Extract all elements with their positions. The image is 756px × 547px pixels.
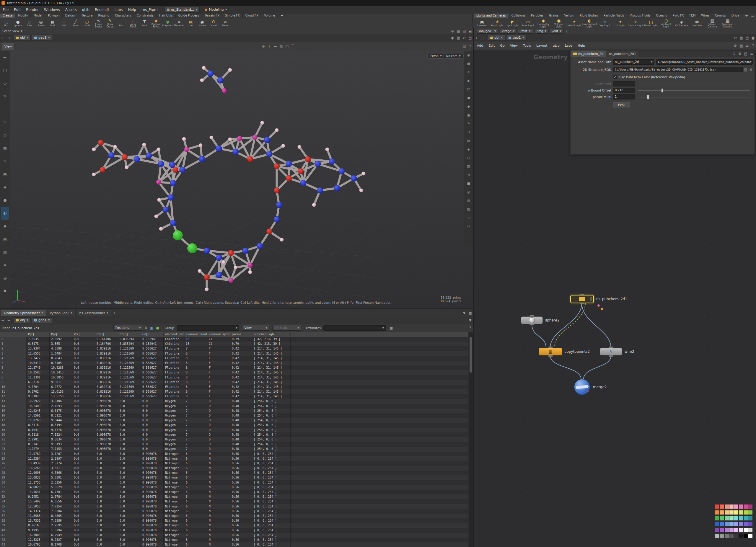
context-chip-out[interactable]: /out▼ [550, 29, 564, 34]
table-row[interactable]: 4212.52259.23270.00.00.00.996078Nitrogen… [0, 538, 468, 542]
network-menu-help[interactable]: Help [575, 42, 588, 50]
table-row[interactable]: 811.230110.38580.00.8392160.1215690.5686… [0, 375, 468, 380]
shelf-tab-volume[interactable]: Volume [261, 14, 278, 18]
table-row[interactable]: 212.29019.88340.00.9960780.00.0Oxygen7O0… [0, 437, 468, 442]
parameter-tab-type[interactable]: ns_pubchem_2d [571, 51, 606, 57]
color-swatch[interactable] [729, 522, 734, 526]
color-swatch[interactable] [720, 510, 724, 515]
shelf-menu-icon[interactable]: ≡ [750, 14, 755, 18]
shelf-tab-model[interactable]: Model [31, 14, 45, 18]
shelf-tab-hair-utils[interactable]: Hair Utils [157, 14, 176, 18]
table-row[interactable]: 129.010213.51580.00.8392160.1215690.5686… [0, 394, 468, 399]
disable-icon[interactable]: ⊗ [4, 259, 7, 272]
texture-icon[interactable]: ▧ [278, 44, 284, 48]
quad-view-icon[interactable]: ▦ [455, 36, 461, 40]
shelf-tab-wires[interactable]: Wires [698, 14, 712, 18]
wireframe-icon[interactable]: □ [467, 85, 470, 94]
shelf-tool-portal-light[interactable]: □Portal Light [643, 19, 659, 27]
table-row[interactable]: 220.57419.31930.00.9960780.00.0Oxygen7O0… [0, 442, 468, 447]
node-input[interactable] [548, 346, 553, 348]
shelf-tool-path[interactable]: ⌒Path [116, 19, 127, 27]
path-obj-chip[interactable]: obj ▼ [14, 35, 31, 41]
table-row[interactable]: 1614.85918.31210.00.9960780.00.0Oxygen7O… [0, 413, 468, 418]
menu-qlib[interactable]: qLib [79, 6, 92, 14]
node-wire[interactable] [550, 355, 581, 379]
help-icon[interactable]: ? [467, 44, 473, 48]
color-swatch[interactable] [744, 510, 748, 515]
context-chip-mat[interactable]: /mat▼ [518, 29, 533, 34]
shelf-tool-sphere[interactable]: ◉Sphere [196, 19, 208, 27]
view-icon[interactable]: ▣ [467, 111, 470, 119]
shelf-tool-null[interactable]: +Null [58, 19, 70, 27]
table-icon[interactable]: ▦ [388, 326, 394, 330]
network-menu-tools[interactable]: Tools [520, 42, 534, 50]
node-output[interactable] [580, 303, 584, 304]
add-shelf-tab-icon[interactable]: + [278, 14, 286, 18]
color-seed-field[interactable] [613, 81, 635, 87]
shelf-tool-volume-light[interactable]: ◉Volume Light [551, 18, 566, 28]
normals-icon[interactable]: ◆ [467, 102, 470, 111]
single-view-icon[interactable]: ◉ [449, 36, 455, 40]
layout-icon[interactable]: ▤ [744, 36, 750, 40]
color-swatch[interactable] [715, 516, 719, 520]
color-swatch[interactable] [725, 528, 729, 532]
maximize-icon[interactable]: ▣ [750, 36, 756, 40]
secure-selection-icon[interactable]: ⊙ [260, 44, 266, 48]
gear-icon[interactable]: ⚙ [737, 52, 743, 56]
node-input[interactable] [580, 294, 584, 295]
shelf-tool-draw-curve[interactable]: ✎Draw Curve [104, 18, 116, 28]
view-dropdown[interactable]: View ▼ [242, 325, 269, 330]
target-icon[interactable]: ◎ [467, 188, 470, 196]
context-chip-stage[interactable]: /stage▼ [500, 29, 517, 34]
color-swatch[interactable] [748, 534, 752, 538]
forward-icon[interactable]: → [480, 36, 486, 40]
color-swatch[interactable] [739, 510, 743, 515]
menu-redshift[interactable]: Redshift [92, 6, 112, 14]
desktop-selector[interactable]: ns_Standard... ▼ [164, 7, 200, 13]
toggle-points-icon[interactable]: ▣ [149, 326, 155, 330]
node-wire[interactable] [582, 303, 611, 348]
menu-help[interactable]: Help [126, 6, 139, 14]
shelf-tab-modify[interactable]: Modify [15, 14, 31, 18]
back-icon[interactable]: ← [474, 36, 480, 40]
table-row[interactable]: 4116.30856.29490.00.00.00.996078Nitrogen… [0, 533, 468, 538]
add-tab-icon[interactable]: + [111, 311, 117, 315]
shelf-tool-sphere[interactable]: ●Sphere [12, 19, 24, 27]
box-select-icon[interactable]: □ [3, 64, 7, 77]
color-swatch[interactable] [739, 504, 743, 509]
shelf-tool-grid[interactable]: ▦Grid [47, 19, 58, 27]
positions-dropdown[interactable]: Positions ▼ [113, 325, 143, 330]
pane-menu-icon[interactable]: ▼ [461, 311, 467, 315]
menu-render[interactable]: Render [23, 6, 41, 14]
pscale-multi-slider[interactable] [638, 97, 750, 97]
tab-ns-assethandler[interactable]: ns_AssetHandler▼ [77, 310, 112, 316]
table-row[interactable]: 2512.53942.29970.00.00.00.996078Nitrogen… [0, 456, 468, 461]
nbound-offset-field[interactable]: 0.218 [613, 88, 635, 93]
shelf-tool-gamepad-camera[interactable]: ▦Gamepad Camera [720, 18, 735, 28]
context-chip-img[interactable]: /img▼ [534, 29, 549, 34]
list-icon[interactable]: ≡ [749, 52, 755, 56]
gem-icon[interactable]: ◈ [4, 181, 6, 194]
menu-edit[interactable]: Edit [11, 6, 23, 14]
layout-icon[interactable]: ▤ [743, 52, 749, 56]
network-menu-layout[interactable]: Layout [534, 42, 550, 50]
filter-icon[interactable]: ▼ [382, 325, 384, 330]
gem-icon[interactable]: ◈ [467, 145, 470, 154]
grid-icon[interactable]: ▦ [467, 59, 470, 68]
shading-icon[interactable]: ◐ [467, 77, 470, 85]
network-menu-view[interactable]: View [507, 42, 520, 50]
table-row[interactable]: 3614.13747.62040.00.00.00.996078Nitrogen… [0, 509, 468, 514]
texture-icon[interactable]: ▧ [3, 246, 7, 259]
cut-icon[interactable]: ✂ [467, 222, 470, 231]
node-wire[interactable] [532, 324, 546, 348]
snap-icon[interactable]: ⊙ [467, 128, 470, 136]
panes-icon[interactable]: ▦ [738, 44, 744, 48]
move-icon[interactable]: + [4, 103, 7, 116]
parameter-tab-node[interactable]: ns_pubchem_2d1 [606, 51, 639, 57]
menu-overflow-icon[interactable]: ⋮ [229, 8, 235, 12]
points-icon[interactable]: ● [3, 194, 6, 207]
diamond-icon[interactable]: ◇ [467, 214, 470, 222]
shelf-tab-simple-fx[interactable]: Simple FX [222, 14, 243, 18]
table-row[interactable]: 1312.59223.91060.00.9960780.00.0Oxygen7O… [0, 399, 468, 403]
path-obj-chip[interactable]: obj ▼ [488, 35, 505, 41]
